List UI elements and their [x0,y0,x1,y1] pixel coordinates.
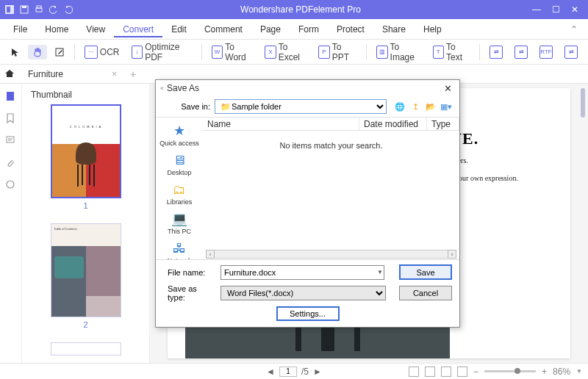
thumbnails-icon[interactable] [5,91,17,103]
select-tool[interactable] [6,45,25,59]
hand-tool[interactable] [28,45,47,59]
vertical-scrollbar[interactable] [581,88,587,358]
save-type-dropdown[interactable]: Word Files(*.docx) [220,286,386,300]
dialog-title: Save As [167,83,199,93]
home-icon[interactable] [4,68,16,80]
zoom-out-icon[interactable]: − [473,367,478,377]
redo-icon[interactable] [63,4,74,15]
dialog-close-icon[interactable]: ✕ [441,83,455,94]
to-text-button[interactable]: TTo Text [429,40,475,65]
to-word-button[interactable]: WTo Word [207,40,257,65]
optimize-pdf-button[interactable]: ↓Optimize PDF [127,40,196,65]
thumbnail-page-2[interactable]: Table of Contents [51,223,121,317]
save-in-dropdown[interactable]: Sample folder [215,99,387,114]
attachments-icon[interactable] [5,157,17,169]
prev-page-icon[interactable]: ◄ [266,367,275,377]
tab-close-icon[interactable]: × [112,69,117,79]
cancel-button[interactable]: Cancel [399,286,452,300]
settings-button[interactable]: Settings... [276,306,340,321]
menu-home[interactable]: Home [36,21,77,37]
new-folder-icon[interactable]: 📂 [425,101,437,112]
svg-rect-8 [7,137,14,142]
to-word-label: To Word [225,42,253,62]
horizontal-scrollbar[interactable]: ‹ › [206,249,456,259]
zoom-dropdown-icon[interactable]: ▼ [576,368,582,375]
scroll-left-icon[interactable]: ‹ [206,250,215,259]
view-single-icon[interactable] [409,367,419,377]
convert-extra-2[interactable]: ⇄ [510,43,532,61]
close-button[interactable]: ✕ [566,2,584,17]
undo-icon[interactable] [49,4,59,15]
menu-convert[interactable]: Convert [114,21,162,37]
save-icon[interactable] [19,4,29,15]
view-facing-cont-icon[interactable] [457,367,467,377]
thumbnail-page-3[interactable] [51,342,121,355]
menu-page[interactable]: Page [251,21,290,37]
collapse-ribbon-icon[interactable]: ⌃ [564,21,584,37]
save-as-dialog: « Save As ✕ Save in: 📁 Sample folder 🌐 ↥… [155,79,460,328]
to-ppt-label: To PPT [332,42,356,62]
status-bar: ◄ /5 ► − + 86% ▼ [0,363,588,379]
to-ppt-button[interactable]: PTo PPT [314,40,361,65]
dialog-titlebar: « Save As ✕ [156,80,459,96]
place-quick-access[interactable]: ★Quick access [157,120,201,148]
place-libraries[interactable]: 🗂Libraries [157,179,201,207]
empty-message: No items match your search. [203,141,459,150]
next-page-icon[interactable]: ► [313,367,322,377]
search-panel-icon[interactable] [5,179,17,191]
view-facing-icon[interactable] [441,367,451,377]
svg-rect-13 [93,165,95,187]
place-this-pc[interactable]: 💻This PC [157,209,201,237]
menu-help[interactable]: Help [415,21,451,37]
page-total: /5 [301,367,309,377]
col-type[interactable]: Type [427,118,459,130]
places-sidebar: ★Quick access 🖥Desktop 🗂Libraries 💻This … [156,118,203,259]
view-menu-icon[interactable]: ▦▾ [440,101,452,112]
add-tab-button[interactable]: + [130,68,136,80]
zoom-slider[interactable] [484,370,536,372]
nav-up-icon[interactable]: ↥ [409,101,421,112]
bookmarks-icon[interactable] [5,113,17,125]
edit-tool[interactable] [50,45,69,59]
page-input[interactable] [279,367,297,377]
minimize-button[interactable]: — [528,2,545,17]
file-list[interactable]: Name Date modified Type No items match y… [203,118,459,259]
col-date[interactable]: Date modified [359,118,427,130]
print-icon[interactable] [34,4,44,15]
place-desktop[interactable]: 🖥Desktop [157,150,201,178]
zoom-in-icon[interactable]: + [542,367,547,377]
menu-form[interactable]: Form [290,21,328,37]
ocr-label: OCR [100,47,120,57]
menu-protect[interactable]: Protect [328,21,373,37]
menu-file[interactable]: File [4,21,36,37]
svg-rect-7 [7,92,14,101]
ocr-button[interactable]: ···OCR [80,43,124,61]
scroll-right-icon[interactable]: › [448,250,456,259]
svg-rect-15 [89,165,90,185]
to-image-button[interactable]: ▥To Image [372,40,426,65]
convert-extra-3[interactable]: RTF [535,43,557,61]
thumbnail-panel: Thumbnail C O L U M B I A 1 Table of Con… [22,84,150,363]
file-name-input[interactable] [220,265,384,280]
convert-extra-1[interactable]: ⇄ [485,43,507,61]
view-continuous-icon[interactable] [425,367,435,377]
nav-back-icon[interactable]: 🌐 [394,101,406,112]
menu-edit[interactable]: Edit [162,21,196,37]
convert-extra-4[interactable]: ⇄ [560,43,582,61]
place-network[interactable]: 🖧Network [157,238,201,259]
to-image-label: To Image [390,42,421,62]
svg-rect-5 [37,6,41,8]
maximize-button[interactable]: ☐ [547,2,564,17]
save-button[interactable]: Save [399,264,452,280]
menu-view[interactable]: View [77,21,114,37]
menu-share[interactable]: Share [373,21,415,37]
col-name[interactable]: Name [203,118,359,130]
thumbnail-page-1[interactable]: C O L U M B I A [51,104,121,198]
title-bar: Wondershare PDFelement Pro — ☐ ✕ [0,0,588,19]
app-title: Wondershare PDFelement Pro [74,4,528,15]
comments-icon[interactable] [5,135,17,147]
menu-comment[interactable]: Comment [196,21,251,37]
document-tab[interactable]: Furniture × [22,68,123,81]
dialog-back-icon[interactable]: « [160,84,164,92]
to-excel-button[interactable]: XTo Excel [260,40,311,65]
